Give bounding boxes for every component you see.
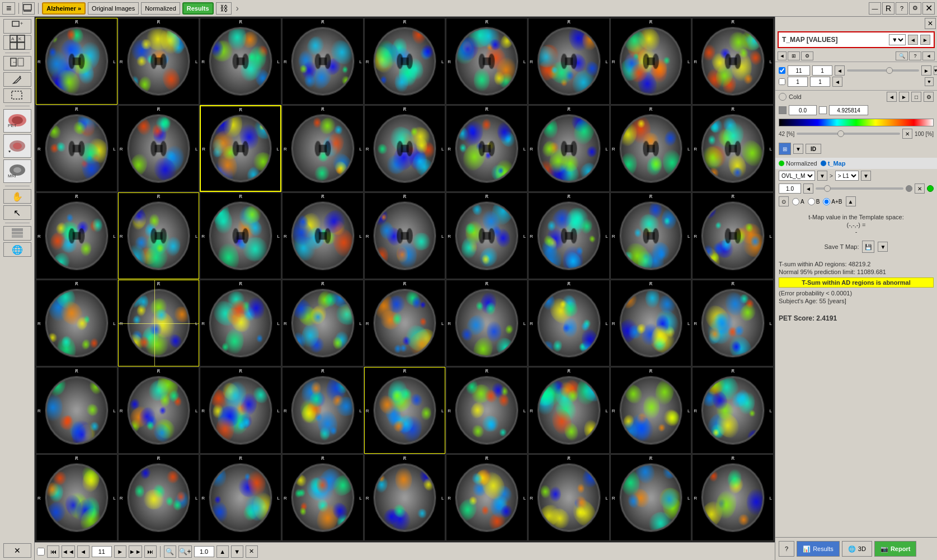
pet-button[interactable]: PET bbox=[3, 109, 31, 133]
brain-cell[interactable]: ARLP bbox=[528, 367, 610, 454]
hand-button[interactable]: ✋ bbox=[3, 189, 31, 204]
rpanel-zoom-button[interactable]: 🔍 bbox=[896, 51, 908, 60]
brain-cell[interactable]: ARLP bbox=[610, 192, 692, 279]
input-2a[interactable] bbox=[788, 77, 808, 87]
input-2b[interactable] bbox=[810, 77, 830, 87]
brain-cell[interactable]: ARLP bbox=[118, 454, 200, 541]
bottom-close-button[interactable]: ✕ bbox=[246, 545, 258, 558]
alpha-slider[interactable] bbox=[797, 133, 900, 135]
radio-icon-btn[interactable]: ⊙ bbox=[779, 196, 789, 206]
save-tmap-dropdown[interactable]: ▼ bbox=[878, 242, 888, 252]
brain-cell[interactable]: ARLP bbox=[446, 367, 528, 454]
close-app-button[interactable]: ✕ bbox=[922, 2, 935, 15]
ovl-dropdown-btn[interactable]: ▼ bbox=[817, 171, 827, 181]
radio-ab-input[interactable] bbox=[823, 198, 830, 205]
menu-button[interactable] bbox=[2, 2, 15, 15]
brain-cell[interactable]: ARLP bbox=[446, 280, 528, 366]
rp-next-btn[interactable]: ► bbox=[921, 65, 931, 76]
panel-close-button[interactable]: ✕ bbox=[925, 18, 936, 29]
brain-cell[interactable]: ARLP bbox=[282, 280, 364, 366]
brain-cell[interactable]: ARLP bbox=[446, 192, 528, 279]
rbb-3d-btn[interactable]: 🌐 3D bbox=[842, 541, 872, 557]
checkbox-2[interactable] bbox=[779, 78, 785, 85]
zoom-up-button[interactable]: ▲ bbox=[216, 545, 229, 558]
zoom-roi-button[interactable]: A K bbox=[3, 35, 31, 50]
brain-cell[interactable]: ARLP bbox=[36, 105, 117, 192]
thr-prev-btn[interactable]: ◄ bbox=[803, 183, 813, 194]
brain-cell[interactable]: ARLP bbox=[692, 280, 774, 366]
brain-cell[interactable]: ARLP bbox=[610, 18, 692, 105]
alzheimer-button[interactable]: Alzheimer » bbox=[42, 2, 86, 15]
brain-cell[interactable]: ARLP bbox=[118, 280, 200, 366]
cm-prev[interactable]: ◄ bbox=[887, 92, 897, 102]
brain-cell[interactable]: ARLP bbox=[364, 454, 446, 541]
cursor-button[interactable]: ↖ bbox=[3, 205, 31, 220]
brain-grid[interactable]: ARLPARLPARLPARLPARLPARLPARLPARLPARLPARLP… bbox=[35, 17, 775, 542]
zoom-in-button[interactable]: 🔍+ bbox=[178, 545, 192, 558]
rbb-report-btn[interactable]: 📷 Report bbox=[874, 541, 916, 557]
brain-cell[interactable]: ARLP bbox=[36, 367, 117, 454]
last-frame-button[interactable]: ⏭ bbox=[144, 545, 157, 558]
brain-cell[interactable]: ARLP bbox=[528, 18, 610, 105]
normalized-button[interactable]: Normalized bbox=[141, 2, 180, 15]
radio-a-input[interactable] bbox=[792, 198, 799, 205]
brain-cell[interactable]: ARLP bbox=[36, 280, 117, 366]
brain-cell[interactable]: ARLP bbox=[692, 192, 774, 279]
brain-cell[interactable]: ARLP bbox=[692, 105, 774, 192]
brain-cell[interactable]: ARLP bbox=[118, 105, 200, 192]
brain-cell[interactable]: ARLP bbox=[200, 280, 281, 366]
brain-cell[interactable]: ARLP bbox=[692, 18, 774, 105]
brain-cell[interactable]: ARLP bbox=[200, 367, 281, 454]
zoom-down-button[interactable]: ▼ bbox=[231, 545, 243, 558]
brain-cell[interactable]: ARLP bbox=[528, 280, 610, 366]
brain-cell[interactable]: ARLP bbox=[118, 18, 200, 105]
brain-cell[interactable]: ARLP bbox=[200, 105, 281, 192]
brain-cell[interactable]: ARLP bbox=[36, 18, 117, 105]
threshold-select[interactable]: > L1 bbox=[835, 171, 859, 181]
brain-cell[interactable]: ARLP bbox=[364, 18, 446, 105]
brain-cell[interactable]: ARLP bbox=[364, 280, 446, 366]
globe-button[interactable]: 🌐 bbox=[3, 242, 31, 257]
brain-cell[interactable]: ARLP bbox=[692, 454, 774, 541]
tmap-next-button[interactable]: ► bbox=[920, 35, 930, 45]
colormap-min-input[interactable] bbox=[789, 105, 817, 115]
brain-cell[interactable]: ARLP bbox=[282, 367, 364, 454]
brain-cell[interactable]: ARLP bbox=[200, 192, 281, 279]
brain-cell[interactable]: ARLP bbox=[200, 18, 281, 105]
results-button[interactable]: Results bbox=[182, 2, 214, 15]
rbb-question-btn[interactable]: ? bbox=[779, 541, 794, 557]
brain-cell[interactable]: ARLP bbox=[200, 454, 281, 541]
brain-cell[interactable]: ARLP bbox=[364, 192, 446, 279]
settings-top-button[interactable]: ⚙ bbox=[909, 2, 921, 15]
brain-cell[interactable]: ARLP bbox=[528, 105, 610, 192]
brain-cell[interactable]: ARLP bbox=[692, 367, 774, 454]
input-11[interactable] bbox=[788, 65, 810, 76]
rect-select-button[interactable] bbox=[3, 88, 31, 103]
brain-cell[interactable]: ARLP bbox=[36, 454, 117, 541]
flip-button[interactable]: ↔ bbox=[3, 56, 31, 70]
brain-cell[interactable]: ARLP bbox=[610, 454, 692, 541]
link-button[interactable]: ⛓ bbox=[216, 2, 232, 15]
brain-cell[interactable]: ARLP bbox=[282, 454, 364, 541]
thr-slider[interactable] bbox=[816, 187, 903, 190]
brain-cell[interactable]: ARLP bbox=[528, 454, 610, 541]
rp-dropdown-btn[interactable]: ▼ bbox=[793, 144, 803, 154]
icon-btn-1[interactable] bbox=[22, 2, 35, 15]
frame-number-input[interactable] bbox=[92, 546, 112, 557]
cm-next[interactable]: ► bbox=[899, 92, 909, 102]
next-frame-button[interactable]: ► bbox=[114, 545, 126, 558]
brain-cell[interactable]: ARLP bbox=[118, 367, 200, 454]
stack-button[interactable] bbox=[3, 226, 31, 241]
ovl-select[interactable]: OVL_t_M bbox=[779, 171, 815, 181]
prev2-frame-button[interactable]: ◄◄ bbox=[62, 545, 75, 558]
brain-cell[interactable]: ARLP bbox=[282, 105, 364, 192]
prev-frame-button[interactable]: ◄ bbox=[77, 545, 90, 558]
image-area[interactable]: ARLPARLPARLPARLPARLPARLPARLPARLPARLPARLP… bbox=[35, 17, 775, 560]
rp-heart-icon2[interactable]: ♥ bbox=[925, 77, 934, 86]
radio-b[interactable]: B bbox=[808, 198, 820, 205]
rp-prev-btn2[interactable]: ◄ bbox=[832, 77, 842, 87]
tmap-prev-button[interactable]: ◄ bbox=[908, 35, 918, 45]
radio-extra-btn[interactable]: ▲ bbox=[846, 196, 856, 206]
rpanel-icon-1[interactable]: ◄ bbox=[778, 51, 787, 60]
brain-cell[interactable]: ARLP bbox=[446, 18, 528, 105]
